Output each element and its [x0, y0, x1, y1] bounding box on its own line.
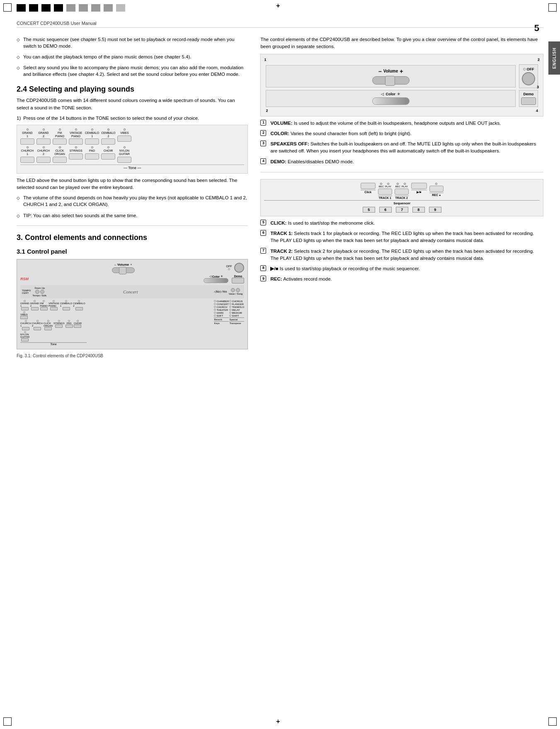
demo-button[interactable]: [232, 278, 244, 283]
fpo-cembalo1-btn[interactable]: [63, 307, 70, 310]
bullet-volume: ◇ The volume of the sound depends on how…: [17, 194, 248, 208]
desc-num-5: 5: [260, 220, 266, 225]
clickorgan-led: [59, 146, 61, 148]
color-slider-diag[interactable]: [372, 97, 410, 105]
desc-demo-text: DEMO: Enables/disables DEMO mode.: [270, 158, 354, 165]
vibes-btn[interactable]: [117, 136, 131, 142]
nylonguitar-btn[interactable]: [117, 157, 131, 163]
desc-num-6: 6: [260, 230, 266, 236]
clickorgan-btn[interactable]: [53, 157, 67, 163]
strings-btn[interactable]: [69, 153, 83, 160]
vol-slider-thumb[interactable]: [385, 76, 395, 86]
value-up-btn[interactable]: [236, 288, 240, 292]
volume-slider-thumb[interactable]: [119, 267, 126, 274]
vintage-btn[interactable]: [69, 138, 83, 145]
fmpiano-btn[interactable]: [53, 138, 67, 145]
demo-label: Demo: [234, 275, 242, 278]
fpo-cembalo2-btn[interactable]: [75, 307, 83, 310]
bullet-diamond-5: ◇: [17, 213, 20, 219]
tempo-down-label: Down Up: [35, 287, 45, 289]
seq-track1-btn[interactable]: [378, 189, 392, 195]
church2-btn[interactable]: [36, 157, 51, 163]
seq-track2-btn[interactable]: [395, 189, 409, 195]
fpo-strings-btn[interactable]: [55, 325, 63, 328]
vibes-label: VIBES: [120, 131, 129, 135]
fpo-soft-label: SOFT: [216, 315, 223, 317]
reg-mark-bl: [3, 717, 12, 726]
seq-playstop-btn[interactable]: [411, 183, 427, 189]
fpo-nylon-btn[interactable]: [21, 338, 29, 341]
bullet-3: ◇ Select any sound you like to accompany…: [17, 64, 248, 78]
fpo-special-label: Special: [229, 317, 244, 321]
desc-num-9: 9: [260, 276, 266, 281]
fpo-clickorgan-btn[interactable]: [44, 327, 52, 330]
seq-track1-section: REC PLAY TRACK 1: [378, 183, 392, 199]
fpo-church1-btn[interactable]: [22, 327, 29, 330]
fpo-vintage-btn[interactable]: [50, 307, 58, 310]
seq-rec-btn[interactable]: [429, 186, 444, 192]
fpo-flanger-label: FLANGER: [232, 303, 243, 305]
seq-num-boxes: 5 6 7 8 9: [264, 207, 540, 213]
tempo-up-btn[interactable]: [40, 290, 44, 294]
choir-btn[interactable]: [101, 153, 115, 160]
cembalo1-led: [91, 128, 93, 131]
vcd-n4-bottom: 4: [536, 109, 538, 113]
seq-click-btn[interactable]: [361, 183, 376, 189]
fpo-vibes-btn[interactable]: [20, 316, 28, 319]
pad-btn[interactable]: [85, 153, 99, 160]
tone-pad: PAD: [85, 146, 99, 162]
grand1-label: GRAND1: [22, 131, 32, 138]
speaker-btn-diag[interactable]: [522, 72, 535, 85]
seq-t1-play-name: PLAY: [385, 185, 391, 188]
seq-box-6: 6: [379, 207, 392, 213]
concert-logo: Concert: [123, 289, 138, 294]
seq-t1-rec-name: REC: [378, 185, 384, 188]
fpo-pad-btn[interactable]: [65, 325, 73, 328]
cembalo1-btn[interactable]: [85, 138, 99, 145]
seq-box-9: 9: [429, 207, 441, 213]
color-label-diag: Color: [385, 92, 395, 96]
tone-nylonguitar: NYLONGUITAR: [117, 146, 131, 162]
seq-sequencer-label: Sequencer: [264, 201, 540, 205]
desc-color: 2 COLOR: Varies the sound character from…: [260, 130, 543, 137]
church1-led: [27, 146, 29, 148]
fpo-delay-label: DELAY: [232, 309, 240, 311]
color-left-arrow: ◁: [209, 275, 211, 278]
value-down-btn[interactable]: [231, 288, 235, 292]
color-slider[interactable]: [204, 278, 228, 283]
clickorgan-label: CLICKORGAN: [54, 149, 65, 155]
fpo-reverb-label: Reverb: [214, 317, 229, 321]
fpo-grand1-btn[interactable]: [21, 307, 29, 310]
cembalo2-btn[interactable]: [101, 138, 115, 145]
tempo-cert-label: TEMPOCERT: [22, 289, 31, 294]
panel-plus: +: [130, 263, 132, 266]
fpo-fmpiano-btn[interactable]: [40, 307, 48, 310]
tempo-down-btn[interactable]: [35, 290, 39, 294]
fpo-concert-label: CONCERT: [216, 303, 229, 305]
panel-minus: –: [114, 263, 116, 266]
desc-num-3: 3: [260, 140, 266, 146]
tone-vintage: VINTAGEPIANO: [69, 128, 83, 145]
desc-playstop-text: ▶/■ Is used to start/stop playback or re…: [270, 265, 420, 272]
right-column: The control elements of the CDP2400USB a…: [260, 36, 543, 358]
fpo-church2-btn[interactable]: [34, 327, 41, 330]
vol-plus: +: [400, 68, 403, 75]
off-led: [228, 268, 230, 270]
vol-minus: –: [378, 68, 382, 75]
cembalo2-led: [107, 128, 109, 131]
fpo-tremolo-label: TREMOLO: [232, 306, 244, 308]
fpo-transpose-label: Transpose: [229, 321, 244, 325]
tone-grand2: GRAND2: [36, 128, 51, 145]
fpo-choir-btn[interactable]: [74, 325, 81, 328]
divider-1: [17, 225, 248, 226]
church1-btn[interactable]: [20, 157, 34, 163]
grand1-btn[interactable]: [20, 138, 34, 145]
choir-led: [107, 146, 109, 148]
grand2-btn[interactable]: [36, 138, 51, 145]
demo-btn-diag[interactable]: [521, 97, 536, 105]
vintage-led: [75, 128, 77, 131]
fpo-grand2-btn[interactable]: [31, 307, 39, 310]
strings-led: [75, 146, 77, 148]
section-24-body1: The CDP2400USB comes with 14 different s…: [17, 97, 248, 111]
vcd-n3: 3: [537, 85, 539, 89]
